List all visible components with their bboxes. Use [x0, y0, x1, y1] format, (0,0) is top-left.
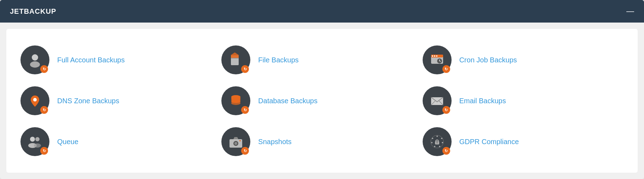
database-backups-badge: ↻	[241, 106, 249, 114]
email-backups-label: Email Backups	[459, 97, 506, 105]
svg-text:★: ★	[434, 145, 436, 148]
dns-svg	[27, 93, 43, 109]
database-svg	[228, 93, 244, 109]
file-backups-icon: ↻	[221, 45, 250, 74]
queue-icon: ↻	[20, 127, 49, 156]
svg-point-25	[35, 137, 40, 141]
queue-svg	[27, 134, 43, 150]
queue-label: Queue	[57, 138, 78, 146]
snapshots-svg	[228, 134, 244, 150]
snapshots-badge: ↻	[241, 147, 249, 155]
svg-rect-3	[231, 55, 239, 58]
grid-row-2: ↻ DNS Zone Backups ↻	[20, 83, 624, 119]
gdpr-svg: ★ ★ ★ ★ ★ ★ ★	[429, 134, 445, 150]
svg-point-8	[434, 55, 435, 57]
file-svg	[228, 52, 244, 68]
snapshots-item[interactable]: ↻ Snapshots	[221, 124, 422, 160]
queue-item[interactable]: ↻ Queue	[20, 124, 221, 160]
svg-point-24	[30, 137, 35, 142]
full-account-backups-label: Full Account Backups	[57, 56, 125, 64]
dns-zone-backups-item[interactable]: ↻ DNS Zone Backups	[20, 83, 221, 119]
svg-point-41	[436, 142, 438, 143]
full-account-backups-badge: ↻	[40, 65, 48, 73]
database-backups-label: Database Backups	[258, 97, 317, 105]
cron-job-backups-item[interactable]: ↻ Cron Job Backups	[423, 42, 624, 78]
title-bar: JETBACKUP —	[0, 0, 644, 23]
minimize-button[interactable]: —	[626, 7, 634, 15]
svg-text:★: ★	[431, 141, 433, 144]
email-backups-icon: ↻	[423, 86, 452, 115]
cron-job-backups-label: Cron Job Backups	[459, 56, 517, 64]
full-account-backups-icon: ↻	[20, 45, 49, 74]
dns-zone-backups-label: DNS Zone Backups	[57, 97, 119, 105]
dns-zone-backups-badge: ↻	[40, 106, 48, 114]
gdpr-compliance-icon: ★ ★ ★ ★ ★ ★ ★ ↻	[423, 127, 452, 156]
full-account-backups-item[interactable]: ↻ Full Account Backups	[20, 42, 221, 78]
main-content: ↻ Full Account Backups ↻ File Back	[6, 29, 638, 173]
email-svg	[429, 93, 445, 109]
queue-badge: ↻	[40, 147, 48, 155]
grid-row-1: ↻ Full Account Backups ↻ File Back	[20, 42, 624, 78]
cron-job-backups-icon: ↻	[423, 45, 452, 74]
database-backups-item[interactable]: ↻ Database Backups	[221, 83, 422, 119]
svg-text:★: ★	[441, 141, 443, 144]
svg-point-0	[32, 54, 38, 61]
email-backups-badge: ↻	[442, 106, 450, 114]
svg-text:★: ★	[441, 137, 443, 140]
svg-text:★: ★	[436, 135, 438, 137]
gdpr-compliance-label: GDPR Compliance	[459, 138, 519, 146]
app-title: JETBACKUP	[10, 7, 56, 16]
svg-point-13	[33, 98, 37, 101]
file-backups-badge: ↻	[241, 65, 249, 73]
account-svg	[27, 52, 43, 68]
svg-point-1	[30, 61, 40, 68]
svg-point-9	[436, 55, 437, 57]
file-backups-item[interactable]: ↻ File Backups	[221, 42, 422, 78]
app-window: JETBACKUP — ↻ Full Account Backups	[0, 0, 644, 179]
email-backups-item[interactable]: ↻ Email Backups	[423, 83, 624, 119]
cron-svg	[429, 52, 445, 68]
svg-point-7	[432, 55, 433, 57]
svg-text:★: ★	[431, 137, 434, 140]
gdpr-compliance-item[interactable]: ★ ★ ★ ★ ★ ★ ★ ↻ GDPR Compliance	[423, 124, 624, 160]
file-backups-label: File Backups	[258, 56, 299, 64]
svg-point-20	[231, 101, 240, 105]
snapshots-label: Snapshots	[258, 138, 292, 146]
cron-job-backups-badge: ↻	[442, 65, 450, 73]
dns-zone-backups-icon: ↻	[20, 86, 49, 115]
gdpr-compliance-badge: ↻	[442, 147, 450, 155]
database-backups-icon: ↻	[221, 86, 250, 115]
svg-text:★: ★	[439, 145, 441, 148]
grid-row-3: ↻ Queue ↻ Snapshots	[20, 124, 624, 160]
svg-point-30	[234, 142, 237, 145]
svg-rect-31	[239, 140, 241, 141]
svg-point-27	[34, 143, 41, 148]
snapshots-icon: ↻	[221, 127, 250, 156]
